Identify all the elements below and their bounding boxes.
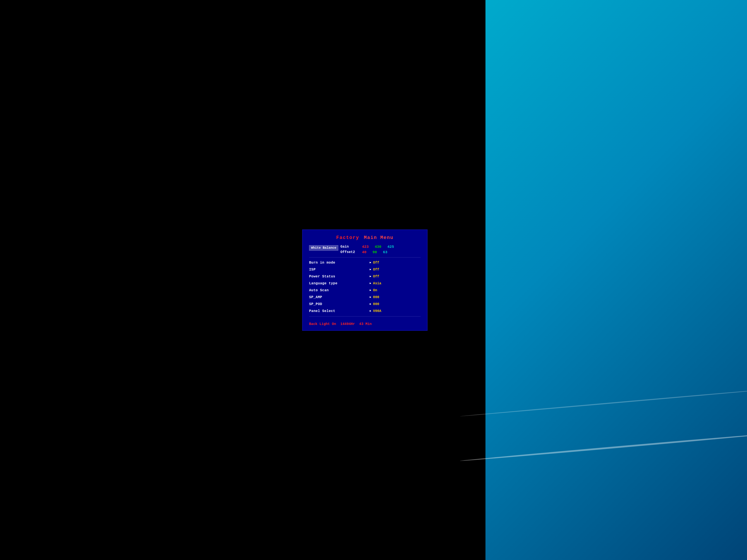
menu-item-panel-select[interactable]: Panel Select ► V00A <box>309 308 421 315</box>
menu-item-auto-scan[interactable]: Auto Scan ► On <box>309 287 421 294</box>
arrow-panel-select: ► <box>369 310 371 313</box>
menu-items-list: Burn in mode ► Off ISP ► Off Power Statu… <box>309 259 421 315</box>
item-label-sp-amp: SP_AMP <box>309 295 369 299</box>
arrow-auto-scan: ► <box>369 289 371 292</box>
offset2-values: 40 98 63 <box>362 250 387 254</box>
menu-item-language-type[interactable]: Language type ► Asia <box>309 280 421 287</box>
gain-green: 430 <box>375 245 382 249</box>
title-factory: Factory <box>336 235 359 240</box>
item-value-power-status: Off <box>373 274 379 278</box>
item-label-sp-pod: SP_POD <box>309 302 369 306</box>
item-value-isp: Off <box>373 268 379 272</box>
menu-item-sp-amp[interactable]: SP_AMP ► 000 <box>309 294 421 301</box>
menu-item-sp-pod[interactable]: SP_POD ► 000 <box>309 301 421 308</box>
footer-row: Back Light On 14494Hr 43 Min <box>309 320 421 326</box>
item-label-isp: ISP <box>309 268 369 272</box>
offset2-red: 40 <box>362 250 366 254</box>
item-value-auto-scan: On <box>373 288 377 292</box>
item-label-panel-select: Panel Select <box>309 309 369 313</box>
offset2-label: Offset2 <box>340 250 360 254</box>
menu-item-power-status[interactable]: Power Status ► Off <box>309 273 421 280</box>
divider-1 <box>309 257 421 258</box>
white-balance-section: White Balance Gain 423 430 425 Offset2 4… <box>309 245 421 256</box>
arrow-burn-in-mode: ► <box>369 261 371 264</box>
menu-panel: Factory Main Menu White Balance Gain 423… <box>302 230 428 331</box>
white-balance-label[interactable]: White Balance <box>309 245 338 250</box>
item-value-panel-select: V00A <box>373 309 381 313</box>
gain-row: Gain 423 430 425 <box>340 245 421 249</box>
arrow-sp-amp: ► <box>369 296 371 299</box>
title-main-menu: Main Menu <box>364 235 394 240</box>
footer-minutes: 43 Min <box>359 322 372 326</box>
screen-container: Factory Main Menu White Balance Gain 423… <box>0 0 747 560</box>
item-value-sp-pod: 000 <box>373 302 379 306</box>
item-value-burn-in-mode: Off <box>373 261 379 265</box>
gain-cyan: 425 <box>387 245 394 249</box>
item-value-sp-amp: 000 <box>373 295 379 299</box>
offset2-green: 98 <box>372 250 377 254</box>
gain-label: Gain <box>340 245 360 249</box>
offset2-row: Offset2 40 98 63 <box>340 250 421 254</box>
divider-2 <box>309 316 421 317</box>
item-value-language-type: Asia <box>373 282 381 286</box>
menu-item-burn-in-mode[interactable]: Burn in mode ► Off <box>309 259 421 266</box>
item-label-language-type: Language type <box>309 282 369 286</box>
white-balance-params: Gain 423 430 425 Offset2 40 98 63 <box>340 245 421 256</box>
arrow-isp: ► <box>369 268 371 271</box>
arrow-power-status: ► <box>369 275 371 278</box>
item-label-power-status: Power Status <box>309 274 369 278</box>
item-label-burn-in-mode: Burn in mode <box>309 261 369 265</box>
menu-item-isp[interactable]: ISP ► Off <box>309 266 421 273</box>
offset2-cyan: 63 <box>383 250 387 254</box>
gain-red: 423 <box>362 245 369 249</box>
item-label-auto-scan: Auto Scan <box>309 288 369 292</box>
arrow-sp-pod: ► <box>369 302 371 306</box>
footer-label: Back Light On <box>309 322 336 326</box>
footer-hours: 14494Hr <box>340 322 355 326</box>
arrow-language-type: ► <box>369 282 371 285</box>
menu-title: Factory Main Menu <box>309 235 421 240</box>
gain-values: 423 430 425 <box>362 245 394 249</box>
background-cyan <box>486 0 747 560</box>
